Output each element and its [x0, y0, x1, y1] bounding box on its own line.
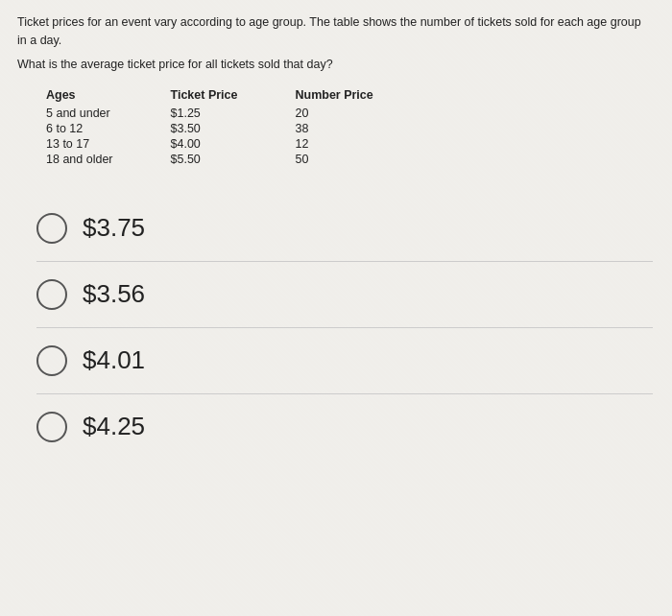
cell-age: 5 and under [46, 106, 171, 121]
options-list: $3.75$3.56$4.01$4.25 [36, 196, 653, 460]
cell-price: $4.00 [171, 136, 296, 152]
radio-circle-a[interactable] [36, 213, 67, 244]
radio-circle-d[interactable] [36, 412, 67, 442]
option-row-a[interactable]: $3.75 [36, 196, 653, 261]
option-label-d: $4.25 [83, 412, 145, 441]
cell-price: $3.50 [171, 121, 296, 136]
col-header-ages: Ages [46, 88, 171, 106]
option-label-a: $3.75 [83, 213, 145, 243]
option-row-d[interactable]: $4.25 [36, 394, 653, 460]
table-row: 13 to 17$4.0012 [46, 136, 431, 152]
radio-circle-b[interactable] [36, 279, 67, 310]
page-content: Ticket prices for an event vary accordin… [0, 0, 672, 469]
table-row: 6 to 12$3.5038 [46, 121, 431, 136]
cell-age: 6 to 12 [46, 121, 171, 136]
radio-circle-c[interactable] [36, 345, 67, 376]
table-row: 5 and under$1.2520 [46, 106, 431, 121]
intro-line1: Ticket prices for an event vary accordin… [17, 13, 653, 50]
question-text: What is the average ticket price for all… [17, 58, 653, 71]
option-row-b[interactable]: $3.56 [36, 262, 653, 327]
col-header-ticket-price: Ticket Price [171, 88, 296, 106]
cell-number: 50 [295, 152, 430, 167]
col-header-number: Number Price [295, 88, 430, 106]
table-row: 18 and older$5.5050 [46, 152, 431, 167]
cell-number: 20 [295, 106, 430, 121]
cell-number: 12 [295, 136, 430, 152]
data-table-container: Ages Ticket Price Number Price 5 and und… [46, 88, 653, 167]
cell-price: $5.50 [171, 152, 296, 167]
option-row-c[interactable]: $4.01 [36, 328, 653, 393]
cell-number: 38 [295, 121, 430, 136]
cell-price: $1.25 [171, 106, 296, 121]
cell-age: 13 to 17 [46, 136, 171, 152]
ticket-table: Ages Ticket Price Number Price 5 and und… [46, 88, 431, 167]
option-label-c: $4.01 [83, 345, 145, 375]
option-label-b: $3.56 [83, 279, 145, 309]
cell-age: 18 and older [46, 152, 171, 167]
